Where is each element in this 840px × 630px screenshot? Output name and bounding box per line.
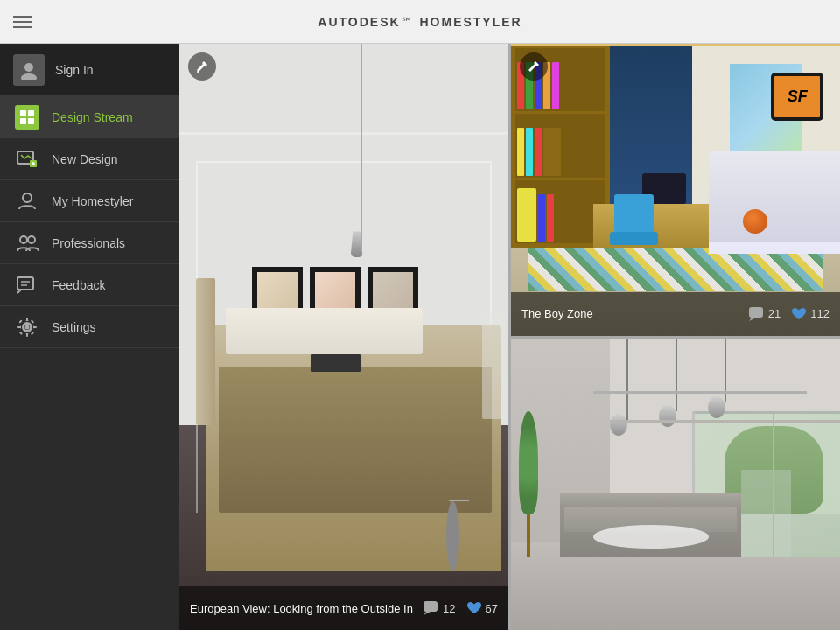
app-title: AUTODESK℠ HOMESTYLER	[318, 15, 522, 29]
sign-in-label: Sign In	[55, 63, 94, 77]
svg-rect-3	[28, 110, 34, 116]
svg-rect-5	[28, 118, 34, 124]
my-homestyler-icon	[13, 187, 41, 215]
sidebar-item-my-homestyler[interactable]: My Homestyler	[0, 180, 179, 222]
new-design-icon	[13, 145, 41, 173]
app-title-suffix: HOMESTYLER	[419, 15, 522, 29]
sidebar-label-professionals: Professionals	[52, 236, 125, 250]
svg-marker-29	[424, 612, 430, 615]
bedroom-scene	[179, 44, 508, 630]
card-edit-button[interactable]	[188, 52, 216, 80]
main-content: European View: Looking from the Outside …	[179, 44, 840, 630]
svg-rect-2	[20, 110, 26, 116]
svg-rect-13	[18, 277, 33, 290]
design-stream-icon	[13, 103, 41, 131]
svg-point-1	[21, 74, 37, 80]
sidebar-item-professionals[interactable]: Professionals	[0, 222, 179, 264]
sign-in-button[interactable]: Sign In	[0, 44, 179, 96]
sidebar-item-feedback[interactable]: Feedback	[0, 264, 179, 306]
large-card-overlay: European View: Looking from the Outside …	[179, 586, 508, 630]
boy-zone-likes: 112	[791, 307, 830, 321]
design-card-modern[interactable]	[511, 339, 840, 631]
app-header: AUTODESK℠ HOMESTYLER	[0, 0, 840, 44]
feedback-icon	[13, 271, 41, 299]
large-card-comments: 12	[424, 601, 455, 615]
large-card-stats: 12 67	[424, 601, 498, 615]
svg-rect-28	[424, 601, 438, 612]
boy-zone-edit-button[interactable]	[520, 52, 548, 80]
svg-point-11	[20, 236, 27, 243]
sidebar-label-design-stream: Design Stream	[52, 110, 133, 124]
design-card-boy-zone[interactable]: SF The Boy Zone	[511, 44, 840, 336]
settings-icon	[13, 313, 41, 341]
svg-rect-26	[31, 319, 34, 323]
svg-rect-21	[18, 326, 21, 328]
sidebar-label-feedback: Feedback	[52, 278, 105, 292]
sidebar: Sign In Design Stream	[0, 44, 179, 630]
professionals-icon	[13, 229, 41, 257]
avatar	[13, 54, 45, 86]
svg-rect-19	[26, 318, 28, 321]
menu-button[interactable]	[13, 16, 32, 28]
large-card-likes: 67	[466, 601, 498, 615]
large-card-title: European View: Looking from the Outside …	[190, 602, 424, 615]
svg-point-0	[24, 63, 33, 72]
boy-zone-card-stats: 21 112	[749, 307, 830, 321]
sidebar-label-my-homestyler: My Homestyler	[52, 194, 133, 208]
svg-point-10	[23, 193, 32, 202]
sf-logo: SF	[771, 73, 823, 121]
svg-rect-30	[749, 307, 763, 318]
boy-zone-card-title: The Boy Zone	[522, 307, 749, 320]
svg-rect-23	[18, 319, 22, 323]
svg-point-12	[28, 236, 35, 243]
sidebar-label-new-design: New Design	[52, 152, 117, 166]
app-title-prefix: AUTODESK	[318, 15, 400, 29]
sidebar-label-settings: Settings	[52, 320, 96, 334]
sidebar-item-settings[interactable]: Settings	[0, 306, 179, 348]
svg-rect-4	[20, 118, 26, 124]
svg-rect-25	[19, 331, 23, 334]
boy-zone-card-overlay: The Boy Zone 21 112	[511, 292, 840, 336]
sidebar-item-new-design[interactable]: New Design	[0, 138, 179, 180]
design-card-large[interactable]: European View: Looking from the Outside …	[179, 44, 508, 630]
svg-marker-31	[749, 318, 756, 321]
svg-point-18	[25, 325, 30, 329]
svg-rect-22	[33, 326, 37, 328]
svg-rect-24	[31, 331, 34, 334]
modern-scene	[511, 339, 840, 631]
sidebar-item-design-stream[interactable]: Design Stream	[0, 96, 179, 138]
svg-rect-20	[26, 333, 28, 337]
boy-zone-comments: 21	[749, 307, 780, 321]
